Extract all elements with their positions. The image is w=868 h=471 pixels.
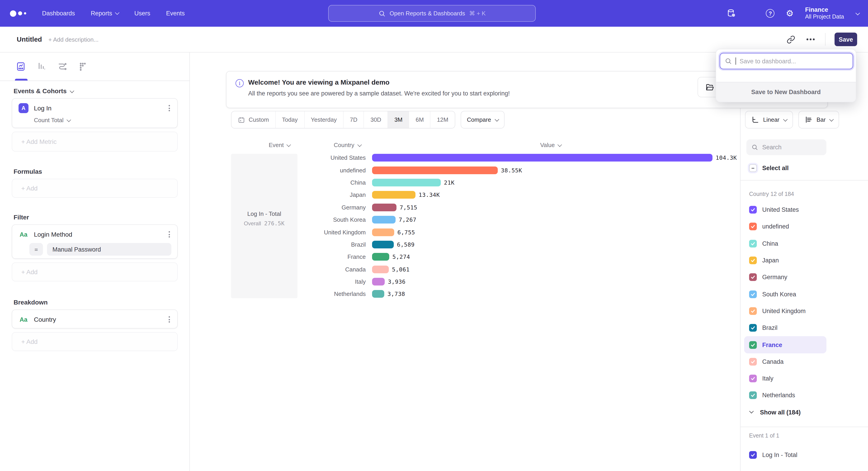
show-all-button[interactable]: Show all (184) — [741, 407, 801, 417]
settings-gear-icon[interactable]: ⚙ — [785, 8, 795, 18]
bar-segment[interactable] — [372, 154, 712, 161]
tab-flows-icon[interactable] — [57, 61, 68, 72]
tab-retention-icon[interactable] — [78, 61, 89, 72]
add-breakdown-button[interactable]: + Add — [12, 332, 178, 351]
save-to-dashboard-input[interactable]: Save to dashboard... — [720, 53, 853, 69]
add-metric-button[interactable]: + Add Metric — [12, 132, 178, 152]
save-button[interactable]: Save — [835, 33, 857, 46]
project-switcher[interactable]: Finance All Project Data — [805, 6, 859, 20]
country-row-united-states[interactable]: United States — [744, 201, 827, 218]
event-list: Log In - Total — [741, 448, 827, 462]
bar-segment[interactable] — [372, 290, 384, 298]
chart-type-button[interactable]: Bar — [798, 111, 839, 128]
country-row-canada[interactable]: Canada — [744, 353, 827, 370]
report-title[interactable]: Untitled — [17, 35, 42, 43]
bar-segment[interactable] — [372, 204, 397, 211]
events-cohorts-header[interactable]: Events & Cohorts — [13, 87, 189, 94]
series-search-input[interactable]: Search — [746, 139, 827, 155]
bar-segment[interactable] — [372, 278, 385, 286]
date-range-3m[interactable]: 3M — [388, 111, 409, 128]
country-checkbox[interactable] — [749, 358, 757, 365]
country-list: United StatesundefinedChinaJapanGermanyS… — [741, 201, 827, 404]
filter-value-chip[interactable]: Manual Password — [47, 243, 171, 256]
kebab-menu-icon[interactable] — [168, 104, 171, 112]
bar-segment[interactable] — [372, 241, 394, 248]
help-icon[interactable]: ? — [765, 8, 775, 18]
country-checkbox[interactable] — [749, 290, 757, 298]
date-range-yesterday[interactable]: Yesterday — [304, 111, 343, 128]
column-header-value[interactable]: Value — [540, 142, 561, 148]
date-range-7d[interactable]: 7D — [343, 111, 364, 128]
country-row-undefined[interactable]: undefined — [744, 218, 827, 235]
date-range-custom[interactable]: Custom — [231, 111, 275, 128]
bar-segment[interactable] — [372, 228, 394, 236]
date-range-6m[interactable]: 6M — [409, 111, 430, 128]
column-header-country[interactable]: Country — [334, 142, 361, 148]
country-row-south-korea[interactable]: South Korea — [744, 286, 827, 303]
country-checkbox[interactable] — [749, 375, 757, 382]
country-checkbox[interactable] — [749, 223, 757, 231]
bar-segment[interactable] — [372, 253, 389, 261]
country-checkbox[interactable] — [749, 273, 757, 281]
bar-category-label: United Kingdom — [292, 229, 366, 235]
country-row-united-kingdom[interactable]: United Kingdom — [744, 303, 827, 320]
country-row-japan[interactable]: Japan — [744, 252, 827, 269]
country-row-france[interactable]: France — [744, 336, 827, 353]
chevron-down-icon — [749, 409, 754, 414]
country-row-italy[interactable]: Italy — [744, 370, 827, 387]
date-range-30d[interactable]: 30D — [364, 111, 388, 128]
nav-item-users[interactable]: Users — [134, 10, 150, 17]
date-range-12m[interactable]: 12M — [430, 111, 455, 128]
event-checkbox[interactable] — [749, 451, 757, 459]
bar-segment[interactable] — [372, 191, 415, 199]
bar-segment[interactable] — [372, 216, 396, 224]
data-management-icon[interactable] — [726, 8, 737, 18]
save-to-new-dashboard-button[interactable]: Save to New Dashboard — [716, 82, 856, 102]
add-description-button[interactable]: + Add description... — [49, 36, 98, 43]
country-checkbox[interactable] — [749, 341, 757, 349]
breakdown-card-country[interactable]: Aa Country — [12, 310, 178, 328]
global-search-input[interactable]: Open Reports & Dashboards ⌘ + K — [328, 5, 536, 22]
country-row-netherlands[interactable]: Netherlands — [744, 387, 827, 404]
event-series-name: Log In - Total — [247, 210, 281, 217]
value-scale-button[interactable]: Linear — [745, 111, 793, 128]
banner-subtitle: All the reports you see are powered by a… — [248, 90, 510, 97]
country-checkbox[interactable] — [749, 307, 757, 315]
bar-segment[interactable] — [372, 179, 441, 186]
tab-insights-icon[interactable] — [16, 61, 26, 72]
country-row-china[interactable]: China — [744, 235, 827, 252]
metric-card-log-in[interactable]: A Log In Count Total — [12, 98, 178, 128]
copy-link-icon[interactable] — [785, 34, 796, 45]
tab-funnels-icon[interactable] — [36, 61, 47, 72]
kebab-menu-icon[interactable] — [168, 315, 171, 324]
country-checkbox[interactable] — [749, 206, 757, 213]
country-label: Italy — [762, 375, 774, 382]
select-all-checkbox[interactable]: – — [749, 164, 757, 172]
country-checkbox[interactable] — [749, 240, 757, 247]
nav-item-dashboards[interactable]: Dashboards — [42, 10, 75, 17]
bar-row-united-kingdom: United Kingdom6,755 — [292, 226, 737, 238]
more-actions-icon[interactable] — [805, 34, 816, 45]
country-row-brazil[interactable]: Brazil — [744, 319, 827, 336]
country-checkbox[interactable] — [749, 391, 757, 399]
mixpanel-logo-icon[interactable] — [10, 10, 26, 17]
filter-operator-chip[interactable]: = — [29, 243, 43, 256]
compare-button[interactable]: Compare — [461, 111, 505, 128]
select-all-row[interactable]: – Select all — [744, 164, 827, 172]
country-checkbox[interactable] — [749, 324, 757, 332]
event-row-log-in-total[interactable]: Log In - Total — [744, 448, 827, 462]
aggregation-dropdown[interactable]: Count Total — [12, 113, 177, 123]
filter-card-login-method[interactable]: Aa Login Method = Manual Password — [12, 225, 178, 259]
bar-segment[interactable] — [372, 166, 498, 174]
add-filter-button[interactable]: + Add — [12, 262, 178, 282]
nav-item-reports[interactable]: Reports — [91, 10, 119, 17]
date-range-today[interactable]: Today — [275, 111, 304, 128]
add-formula-button[interactable]: + Add — [12, 179, 178, 198]
nav-item-events[interactable]: Events — [166, 10, 185, 17]
column-header-event[interactable]: Event — [269, 142, 290, 148]
country-row-germany[interactable]: Germany — [744, 269, 827, 286]
bar-segment[interactable] — [372, 265, 389, 273]
apps-grid-icon[interactable] — [746, 8, 756, 18]
kebab-menu-icon[interactable] — [168, 230, 171, 238]
country-checkbox[interactable] — [749, 257, 757, 264]
